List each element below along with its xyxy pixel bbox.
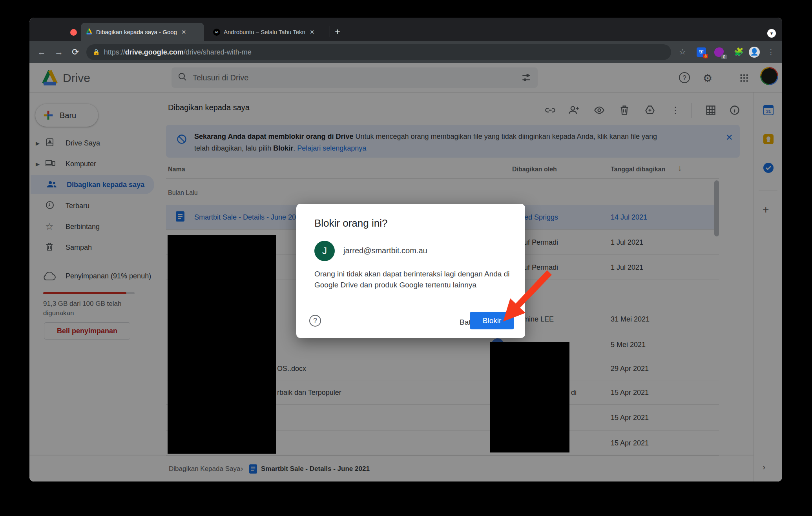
person-avatar: J — [314, 241, 335, 261]
extensions-puzzle-icon[interactable]: 🧩 — [734, 41, 744, 63]
tab-androbuntu[interactable]: ∞ Androbuntu – Selalu Tahu Tekn ✕ — [208, 23, 328, 41]
bitwarden-extension-icon[interactable]: ⛨🔒 — [697, 47, 706, 57]
close-tab-icon[interactable]: ✕ — [310, 29, 315, 36]
address-bar[interactable]: 🔒 https://drive.google.com/drive/shared-… — [86, 44, 671, 60]
close-window-button[interactable] — [70, 29, 77, 36]
lock-badge: 🔒 — [703, 54, 708, 58]
dialog-body-text: Orang ini tidak akan dapat berinteraksi … — [314, 269, 513, 291]
screenshot-stage: Dibagikan kepada saya - Goog ✕ ∞ Androbu… — [0, 0, 812, 516]
tab-title: Dibagikan kepada saya - Goog — [96, 29, 177, 35]
tab-title: Androbuntu – Selalu Tahu Tekn — [224, 29, 305, 35]
close-tab-icon[interactable]: ✕ — [181, 29, 186, 36]
new-tab-button[interactable]: + — [335, 26, 340, 37]
tab-strip: Dibagikan kepada saya - Goog ✕ ∞ Androbu… — [29, 18, 782, 41]
bookmark-star-icon[interactable]: ☆ — [679, 41, 686, 63]
purple-extension-icon[interactable]: 0 — [714, 47, 724, 57]
androbuntu-favicon: ∞ — [213, 29, 220, 36]
drive-favicon — [86, 28, 93, 36]
person-email: jarred@smartbit.com.au — [343, 246, 427, 255]
dialog-help-icon[interactable]: ? — [309, 315, 321, 327]
browser-profile-avatar[interactable]: 👤 — [749, 47, 760, 58]
browser-toolbar: ← → ⟳ 🔒 https://drive.google.com/drive/s… — [29, 41, 782, 63]
browser-menu-kebab-icon[interactable]: ⋮ — [767, 41, 775, 63]
tab-drive[interactable]: Dibagikan kepada saya - Goog ✕ — [81, 23, 204, 41]
forward-icon[interactable]: → — [55, 41, 63, 63]
block-confirm-button[interactable]: Blokir — [470, 312, 514, 329]
url-text: https://drive.google.com/drive/shared-wi… — [104, 48, 252, 56]
dialog-title: Blokir orang ini? — [314, 217, 387, 229]
tab-separator — [330, 26, 330, 37]
reload-icon[interactable]: ⟳ — [72, 41, 79, 63]
block-person-dialog: Blokir orang ini? J jarred@smartbit.com.… — [296, 204, 525, 338]
lock-icon: 🔒 — [93, 49, 100, 56]
browser-window: Dibagikan kepada saya - Goog ✕ ∞ Androbu… — [29, 18, 782, 481]
tab-search-icon[interactable]: ▼ — [767, 29, 776, 38]
back-icon[interactable]: ← — [37, 41, 46, 63]
extension-badge: 0 — [721, 55, 727, 59]
